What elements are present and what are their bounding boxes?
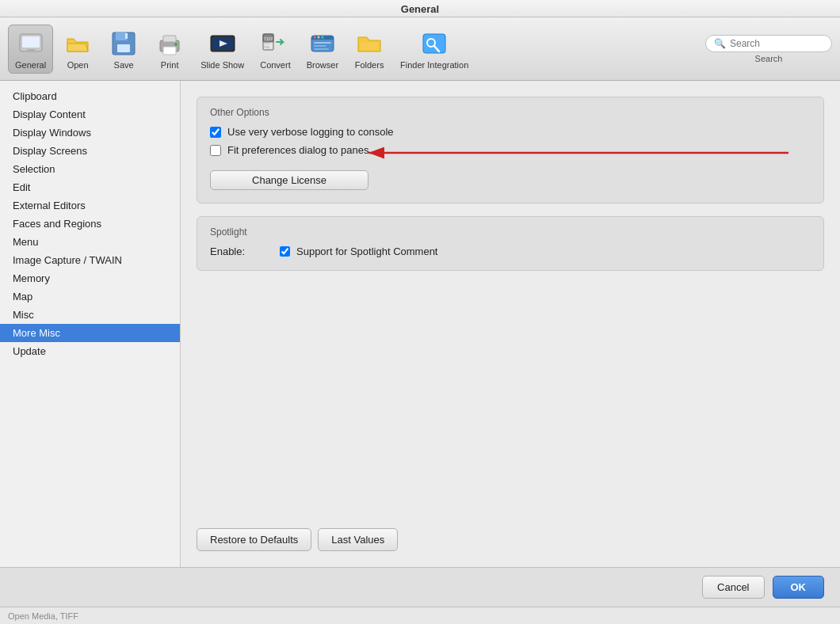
toolbar-browser-label: Browser bbox=[307, 60, 338, 70]
svg-rect-5 bbox=[116, 32, 127, 40]
toolbar-item-general[interactable]: General bbox=[8, 25, 53, 74]
toolbar-convert-label: Convert bbox=[260, 60, 291, 70]
search-magnifier-icon: 🔍 bbox=[714, 38, 726, 49]
svg-rect-1 bbox=[22, 36, 40, 48]
sidebar-item-clipboard[interactable]: Clipboard bbox=[0, 87, 180, 105]
content-area: Other Options Use very verbose logging t… bbox=[181, 81, 840, 567]
other-options-title: Other Options bbox=[210, 107, 811, 118]
toolbar-item-browser[interactable]: Browser bbox=[300, 25, 345, 73]
toolbar-item-folders[interactable]: Folders bbox=[348, 25, 391, 73]
svg-rect-2 bbox=[27, 49, 35, 51]
arrow-container: Fit preferences dialog to panes bbox=[210, 144, 811, 156]
toolbar-item-open[interactable]: Open bbox=[56, 25, 99, 73]
sidebar-item-external-editors[interactable]: External Editors bbox=[0, 196, 180, 215]
toolbar-item-convert[interactable]: TIFF JPG PNG Convert bbox=[254, 25, 297, 73]
dialog-footer: Cancel OK bbox=[0, 567, 840, 607]
search-label: Search bbox=[755, 54, 783, 63]
last-values-button[interactable]: Last Values bbox=[318, 528, 398, 551]
finder-icon bbox=[419, 29, 449, 59]
cancel-button[interactable]: Cancel bbox=[702, 576, 764, 599]
sidebar-item-memory[interactable]: Memory bbox=[0, 269, 180, 287]
search-box[interactable]: 🔍 bbox=[705, 35, 832, 52]
toolbar-print-label: Print bbox=[161, 60, 179, 70]
open-icon bbox=[63, 29, 93, 59]
toolbar-item-slideshow[interactable]: Slide Show bbox=[194, 25, 250, 73]
sidebar-item-faces-regions[interactable]: Faces and Regions bbox=[0, 215, 180, 233]
print-icon bbox=[155, 29, 185, 59]
folders-icon bbox=[354, 29, 384, 59]
sidebar-item-misc[interactable]: Misc bbox=[0, 306, 180, 324]
verbose-label: Use very verbose logging to console bbox=[227, 126, 394, 138]
spotlight-panel: Spotlight Enable: Support for Spotlight … bbox=[197, 216, 824, 271]
sidebar-item-update[interactable]: Update bbox=[0, 342, 180, 360]
sidebar: Clipboard Display Content Display Window… bbox=[0, 81, 181, 567]
svg-point-24 bbox=[317, 36, 319, 38]
svg-rect-10 bbox=[163, 47, 176, 55]
save-icon bbox=[109, 29, 139, 59]
search-input[interactable] bbox=[730, 38, 823, 49]
svg-rect-26 bbox=[314, 42, 331, 44]
content-spacer bbox=[197, 271, 824, 519]
checkbox-row-verbose: Use very verbose logging to console bbox=[210, 126, 811, 138]
toolbar-finder-label: Finder Integration bbox=[400, 60, 468, 70]
toolbar-save-label: Save bbox=[114, 60, 134, 70]
svg-rect-3 bbox=[25, 51, 37, 52]
status-bar: Open Media, TIFF bbox=[0, 607, 840, 624]
svg-rect-9 bbox=[163, 36, 176, 42]
fitpanes-checkbox[interactable] bbox=[210, 145, 221, 156]
main-layout: Clipboard Display Content Display Window… bbox=[0, 81, 840, 567]
spotlight-row: Enable: Support for Spotlight Comment bbox=[210, 245, 811, 257]
sidebar-item-map[interactable]: Map bbox=[0, 287, 180, 306]
spotlight-enable-label: Enable: bbox=[210, 245, 273, 257]
convert-icon: TIFF JPG PNG bbox=[260, 29, 290, 59]
sidebar-item-display-content[interactable]: Display Content bbox=[0, 105, 180, 124]
sidebar-item-image-capture[interactable]: Image Capture / TWAIN bbox=[0, 251, 180, 269]
toolbar-item-save[interactable]: Save bbox=[102, 25, 145, 73]
svg-point-23 bbox=[313, 36, 315, 38]
title-bar: General bbox=[0, 0, 840, 17]
svg-rect-6 bbox=[117, 44, 130, 52]
toolbar-open-label: Open bbox=[67, 60, 89, 70]
sidebar-item-more-misc[interactable]: More Misc bbox=[0, 324, 180, 342]
window-title: General bbox=[401, 3, 439, 15]
status-text: Open Media, TIFF bbox=[8, 611, 78, 621]
toolbar: General Open Save bbox=[0, 17, 840, 81]
svg-rect-27 bbox=[314, 45, 326, 47]
svg-point-25 bbox=[321, 36, 323, 38]
sidebar-item-display-windows[interactable]: Display Windows bbox=[0, 124, 180, 142]
spotlight-checkbox-label: Support for Spotlight Comment bbox=[296, 245, 437, 257]
restore-defaults-button[interactable]: Restore to Defaults bbox=[197, 528, 311, 551]
toolbar-item-print[interactable]: Print bbox=[148, 25, 191, 73]
change-license-button[interactable]: Change License bbox=[210, 170, 368, 190]
spotlight-checkbox[interactable] bbox=[280, 246, 290, 257]
slideshow-icon bbox=[208, 29, 238, 59]
toolbar-item-finder[interactable]: Finder Integration bbox=[394, 25, 475, 73]
general-icon bbox=[16, 29, 46, 59]
sidebar-item-edit[interactable]: Edit bbox=[0, 178, 180, 196]
browser-icon bbox=[307, 29, 338, 59]
svg-rect-7 bbox=[125, 33, 128, 39]
svg-point-11 bbox=[174, 43, 178, 46]
sidebar-item-selection[interactable]: Selection bbox=[0, 160, 180, 178]
checkbox-row-fitpanes: Fit preferences dialog to panes bbox=[210, 144, 811, 156]
toolbar-slideshow-label: Slide Show bbox=[200, 60, 244, 70]
verbose-checkbox[interactable] bbox=[210, 127, 221, 138]
ok-button[interactable]: OK bbox=[773, 576, 825, 599]
toolbar-folders-label: Folders bbox=[355, 60, 384, 70]
svg-rect-28 bbox=[314, 48, 329, 50]
toolbar-general-label: General bbox=[15, 60, 46, 70]
svg-text:PNG: PNG bbox=[264, 45, 270, 49]
fitpanes-label: Fit preferences dialog to panes bbox=[227, 144, 369, 156]
bottom-buttons: Restore to Defaults Last Values bbox=[197, 528, 824, 551]
sidebar-item-menu[interactable]: Menu bbox=[0, 233, 180, 251]
sidebar-item-display-screens[interactable]: Display Screens bbox=[0, 142, 180, 160]
other-options-panel: Other Options Use very verbose logging t… bbox=[197, 97, 824, 204]
spotlight-title: Spotlight bbox=[210, 226, 811, 238]
